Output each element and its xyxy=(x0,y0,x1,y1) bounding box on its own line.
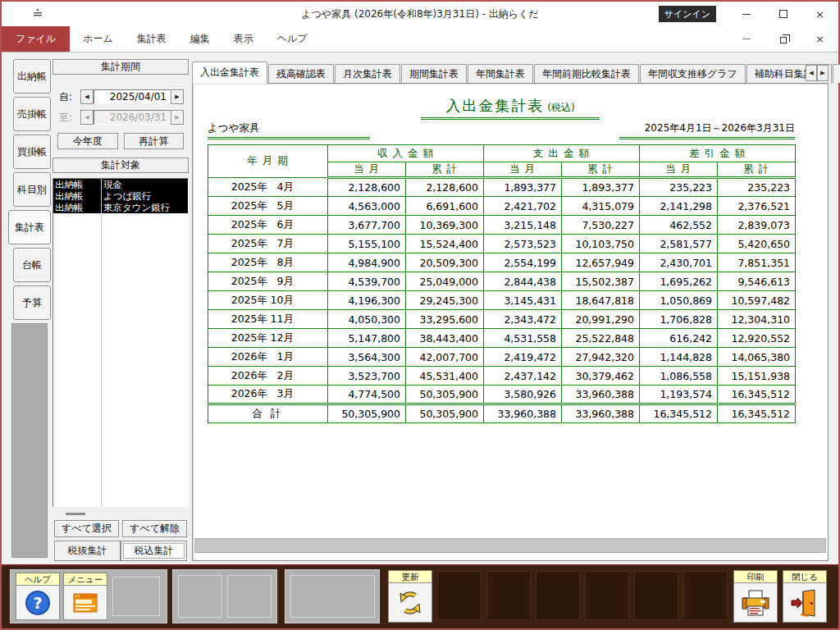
amount-cell: 18,647,818 xyxy=(562,291,640,310)
chevron-right-icon: ▶ xyxy=(175,94,179,100)
print-button[interactable]: 印刷 xyxy=(733,570,778,623)
menu-item-2[interactable]: ホーム xyxy=(72,26,124,52)
amount-cell: 2,343,472 xyxy=(484,310,562,329)
menu-item-5[interactable]: 表示 xyxy=(223,26,264,52)
restore-icon xyxy=(780,37,787,43)
report-tab-1[interactable]: 入出金集計表 xyxy=(192,62,267,84)
app-icon xyxy=(33,8,43,21)
print-button-label: 印刷 xyxy=(733,570,778,582)
report-tab-2[interactable]: 残高確認表 xyxy=(268,64,334,83)
deselect-all-button[interactable]: すべて解除 xyxy=(122,520,187,537)
minimize-icon xyxy=(742,39,751,39)
amount-cell: 14,065,380 xyxy=(718,348,796,367)
menu-item-4[interactable]: 編集 xyxy=(180,26,221,52)
date-from-row: 自: ◀ ▶ xyxy=(59,89,185,104)
summary-table: 年 月 期収 入 金 額支 出 金 額差 引 金 額当 月累 計当 月累 計当 … xyxy=(208,144,796,423)
date-from-prev-button[interactable]: ◀ xyxy=(80,89,94,104)
menu-item-1[interactable]: ファイル xyxy=(2,26,70,52)
month-text: 7月 xyxy=(267,237,294,251)
table-header-row-1: 年 月 期収 入 金 額支 出 金 額差 引 金 額 xyxy=(208,145,796,162)
child-restore-button[interactable] xyxy=(765,26,801,52)
amount-cell: 33,295,600 xyxy=(406,310,484,329)
target-list-item-1[interactable]: 出納帳現金 xyxy=(53,179,188,190)
signin-button[interactable]: サインイン xyxy=(659,6,716,22)
tab-scroll-right-button[interactable]: ▶ xyxy=(817,65,829,81)
client-area: 出納帳売掛帳買掛帳科目別集計表台帳予算 集計期間 自: ◀ ▶ 至: ◀ ▶ 今… xyxy=(2,52,838,564)
target-book-name: 東京タウン銀行 xyxy=(101,202,170,213)
amount-cell: 2,581,577 xyxy=(640,235,718,253)
amount-cell: 3,523,700 xyxy=(328,367,406,386)
sidebar-tab-2[interactable]: 売掛帳 xyxy=(13,97,51,131)
amount-cell: 45,531,400 xyxy=(406,367,484,386)
close-window-button[interactable]: 閉じる xyxy=(783,570,827,623)
year-text: 2025年 xyxy=(208,256,267,270)
tax-tab-2[interactable]: 税込集計 xyxy=(121,541,187,561)
amount-cell: 1,706,828 xyxy=(640,310,718,329)
menu-button[interactable]: メニュー xyxy=(63,573,107,620)
sidebar-tab-4[interactable]: 科目別 xyxy=(13,172,51,207)
main-area: 入出金集計表残高確認表月次集計表期間集計表年間集計表年間前期比較集計表年間収支推… xyxy=(192,62,829,561)
menu-item-3[interactable]: 集計表 xyxy=(126,26,177,52)
minimize-button[interactable] xyxy=(728,2,765,26)
month-cell: 2025年7月 xyxy=(208,235,328,253)
sidebar-tab-5[interactable]: 集計表 xyxy=(8,210,51,244)
table-row: 2025年5月4,563,0006,691,6002,421,7024,315,… xyxy=(208,197,796,216)
sidebar-tab-7[interactable]: 予算 xyxy=(13,285,51,320)
maximize-button[interactable] xyxy=(765,2,801,26)
sub-header-6: 累 計 xyxy=(718,162,796,178)
this-year-button[interactable]: 今年度 xyxy=(57,133,118,149)
splitter-handle[interactable] xyxy=(66,513,85,515)
amount-cell: 42,007,700 xyxy=(406,348,484,367)
help-button[interactable]: ヘルプ ? xyxy=(16,573,60,620)
child-minimize-button[interactable] xyxy=(728,26,765,52)
month-text: 2月 xyxy=(267,369,294,383)
tab-scroll-left-button[interactable]: ◀ xyxy=(806,65,817,81)
close-button[interactable]: × xyxy=(801,2,838,26)
report-tab-5[interactable]: 年間集計表 xyxy=(468,64,533,83)
year-text: 2025年 xyxy=(208,237,267,251)
month-cell: 2025年9月 xyxy=(208,272,328,291)
sidebar-tab-6[interactable]: 台帳 xyxy=(13,248,51,282)
amount-cell: 7,851,351 xyxy=(718,253,796,272)
report-title: 入出金集計表 (税込) xyxy=(421,96,599,120)
date-from-input[interactable] xyxy=(94,89,171,104)
toolbar-empty-slot xyxy=(227,575,272,618)
settings-panel: 集計期間 自: ◀ ▶ 至: ◀ ▶ 今年度 再計算 集計対象 出納帳現金出納帳… xyxy=(52,59,189,561)
report-tab-4[interactable]: 期間集計表 xyxy=(401,64,467,83)
target-listbox[interactable]: 出納帳現金出納帳よつば銀行出納帳東京タウン銀行 xyxy=(52,178,189,507)
amount-cell: 12,304,310 xyxy=(718,310,796,329)
amount-cell: 30,379,462 xyxy=(562,367,640,386)
group-header-2: 支 出 金 額 xyxy=(484,145,640,162)
amount-cell: 12,657,949 xyxy=(562,253,640,272)
table-row: 2026年2月3,523,70045,531,4002,437,14230,37… xyxy=(208,367,796,386)
amount-cell: 5,147,800 xyxy=(328,329,406,348)
report-tab-6[interactable]: 年間前期比較集計表 xyxy=(534,64,639,83)
sidebar-tab-3[interactable]: 買掛帳 xyxy=(13,135,51,169)
recalculate-button[interactable]: 再計算 xyxy=(124,133,185,149)
table-row: 2025年7月5,155,10015,524,4002,573,52310,10… xyxy=(208,235,796,253)
report-tab-7[interactable]: 年間収支推移グラフ xyxy=(640,64,746,83)
tax-tab-1[interactable]: 税抜集計 xyxy=(54,541,121,561)
target-list-item-3[interactable]: 出納帳東京タウン銀行 xyxy=(53,202,188,213)
sub-header-1: 当 月 xyxy=(328,162,406,178)
amount-cell: 235,223 xyxy=(640,178,718,197)
target-list-item-2[interactable]: 出納帳よつば銀行 xyxy=(53,190,188,202)
sidebar-tab-1[interactable]: 出納帳 xyxy=(13,59,51,94)
report-tab-bar: 入出金集計表残高確認表月次集計表期間集計表年間集計表年間前期比較集計表年間収支推… xyxy=(192,62,829,83)
amount-cell: 4,539,700 xyxy=(328,272,406,291)
group-header-3: 差 引 金 額 xyxy=(640,145,796,162)
toolbar-dark-slot xyxy=(486,571,531,620)
update-button[interactable]: 更新 xyxy=(388,570,432,623)
horizontal-scrollbar[interactable] xyxy=(194,538,826,553)
amount-cell: 462,552 xyxy=(640,216,718,235)
sub-header-5: 当 月 xyxy=(640,162,718,178)
child-close-button[interactable]: × xyxy=(801,26,838,52)
month-cell: 2026年3月 xyxy=(208,386,328,404)
menu-item-6[interactable]: ヘルプ xyxy=(267,26,318,52)
report-tab-3[interactable]: 月次集計表 xyxy=(335,64,400,83)
total-amount-cell: 50,305,900 xyxy=(406,404,484,423)
date-from-next-button[interactable]: ▶ xyxy=(171,89,184,104)
select-all-button[interactable]: すべて選択 xyxy=(54,520,119,537)
report-tab-9[interactable]: 補助科 xyxy=(833,64,840,83)
year-text: 2025年 xyxy=(208,294,267,308)
